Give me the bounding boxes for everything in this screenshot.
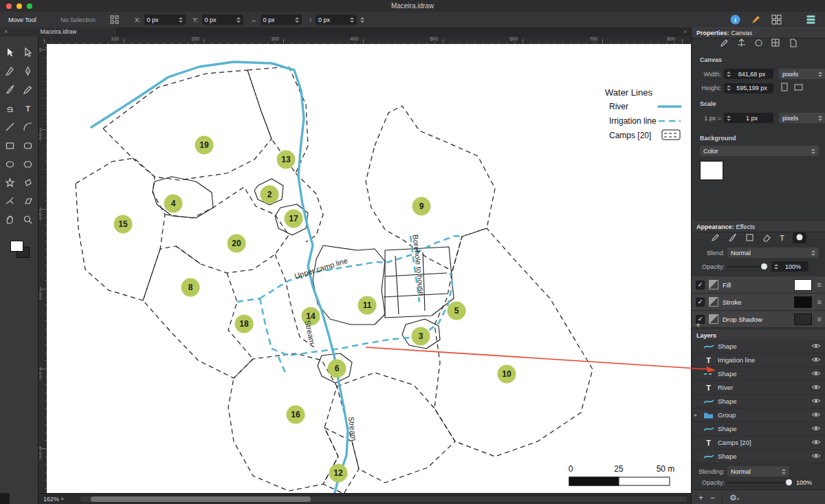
landscape-page-icon[interactable] [794,83,804,94]
fill-stroke-well[interactable] [9,240,30,259]
scrollbar-thumb[interactable] [91,496,311,502]
layer-row-shape[interactable]: Shape [692,367,825,381]
camp-marker-18[interactable]: 18 [235,315,254,333]
background-color-dropdown[interactable]: Color [700,146,819,156]
camp-marker-17[interactable]: 17 [285,210,303,228]
document-canvas[interactable]: 19132417915208115141836101612 Upper camp… [47,44,691,493]
color-swatch[interactable] [794,279,812,291]
appearance-brush-icon[interactable] [728,233,737,243]
drop-shadow-row[interactable]: ✓Drop Shadow≡ [692,311,825,328]
layer-row-river[interactable]: TRiver [692,381,825,395]
eye-icon[interactable] [811,452,821,461]
opacity-slider-knob[interactable] [761,263,767,270]
parallelogram-tool[interactable] [21,194,36,209]
rounded-rectangle-tool[interactable] [21,138,36,153]
layer-row-shape[interactable]: Shape [692,450,825,463]
height-field[interactable]: 595,199 px [724,83,773,94]
layer-row-shape[interactable]: Shape [692,422,825,436]
horizontal-scrollbar[interactable] [80,496,687,502]
move-tool-button[interactable]: Move Tool [8,12,36,28]
knife-tool[interactable] [3,64,18,79]
eye-icon[interactable] [811,397,821,406]
eye-icon[interactable] [811,411,821,419]
eye-icon[interactable] [811,439,821,447]
camp-marker-8[interactable]: 8 [182,278,200,297]
layer-row-shape[interactable]: Shape [692,340,825,353]
coord-field[interactable]: 0 px [261,14,302,25]
width-field[interactable]: 841,68 px [724,69,773,79]
appearance-effects-icon[interactable] [793,232,806,243]
stepper-icon[interactable] [360,17,364,23]
camp-marker-15[interactable]: 15 [114,215,133,234]
add-effect-button[interactable]: + [696,320,701,330]
eye-icon[interactable] [811,425,821,433]
camp-marker-20[interactable]: 20 [228,234,246,253]
layers-stack-icon[interactable] [806,12,816,28]
tab-overflow-icon[interactable]: » [683,28,687,36]
grid-icon[interactable] [771,12,782,28]
minimize-window-button[interactable] [16,3,22,9]
eye-icon[interactable] [811,356,821,364]
stepper-icon[interactable] [295,17,299,23]
layer-row-irrigation-line[interactable]: TIrrigation line [692,353,825,367]
layer-opacity-slider[interactable] [727,482,791,483]
grid-props-icon[interactable] [771,39,780,49]
ellipse-tool[interactable] [3,157,18,172]
checkbox[interactable]: ✓ [696,281,705,289]
camp-marker-11[interactable]: 11 [358,296,377,315]
stepper-icon[interactable] [236,17,241,23]
zoom-window-button[interactable] [27,3,32,9]
pencil-tool[interactable] [21,83,36,98]
direct-select-tool[interactable] [21,45,36,61]
blending-dropdown[interactable]: Normal [727,466,789,476]
portrait-page-icon[interactable] [780,83,789,94]
close-window-button[interactable] [6,3,12,9]
appearance-pencil-icon[interactable] [711,233,720,243]
stroke-row[interactable]: ✓Stroke≡ [692,294,825,311]
fill-color-well[interactable] [10,241,23,252]
ellipse-props-icon[interactable] [754,39,763,49]
brush-tool[interactable] [3,83,18,98]
stepper-icon[interactable] [350,17,354,23]
color-swatch[interactable] [794,296,812,308]
appearance-text-icon[interactable]: T [780,234,784,242]
layer-row-group[interactable]: ▸Group [692,408,825,422]
page-props-icon[interactable] [789,39,798,49]
arc-tool[interactable] [21,120,36,135]
camp-marker-16[interactable]: 16 [287,406,305,424]
appearance-eraser-icon[interactable] [762,233,771,243]
alignment-grid-icon[interactable] [110,12,120,28]
remove-layer-button[interactable]: − [710,493,715,503]
camp-marker-13[interactable]: 13 [277,151,296,169]
line-tool[interactable] [3,120,18,135]
camp-marker-9[interactable]: 9 [412,197,431,216]
disclosure-icon[interactable]: ▸ [694,412,699,418]
camp-marker-6[interactable]: 6 [328,360,346,378]
scale-field[interactable]: 1 px [724,113,773,123]
coord-field[interactable]: 0 px [144,14,186,25]
opacity-slider[interactable] [727,266,766,267]
blend-dropdown[interactable]: Normal [727,248,819,258]
camp-marker-19[interactable]: 19 [195,136,214,155]
camp-marker-5[interactable]: 5 [448,302,466,320]
transform-props-icon[interactable] [737,39,746,49]
opacity-field[interactable]: 100% [771,261,808,272]
zoom-tool[interactable] [21,212,36,228]
polygon-tool[interactable] [21,157,36,172]
stamp-tool[interactable] [3,101,18,116]
eye-icon[interactable] [811,384,821,392]
camp-marker-4[interactable]: 4 [164,195,183,213]
tab-maceira[interactable]: × Maceira.idraw [0,28,118,36]
layer-settings-button[interactable]: ⚙▾ [729,493,739,503]
width-unit-dropdown[interactable]: pixels [779,69,825,79]
coord-field[interactable]: 0 px [316,14,357,25]
eye-icon[interactable] [811,342,821,351]
background-color-swatch[interactable] [700,161,723,180]
add-layer-button[interactable]: + [698,493,703,503]
shear-tool[interactable] [21,175,36,190]
appearance-fill-icon[interactable] [745,233,754,243]
layer-row-shape[interactable]: Shape [692,395,825,408]
list-handle-icon[interactable]: ≡ [817,315,822,323]
camp-marker-3[interactable]: 3 [412,327,430,346]
camp-marker-2[interactable]: 2 [261,186,279,204]
